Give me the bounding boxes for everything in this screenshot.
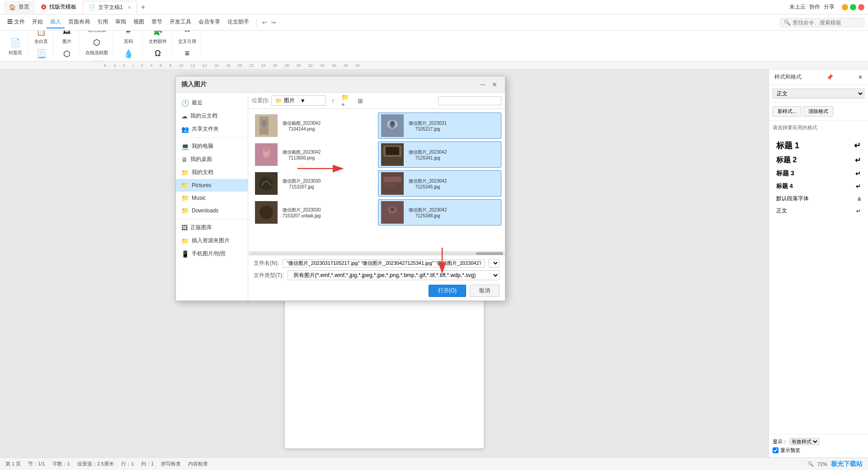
file-name-2: 微信图片_20230317105217.jpg bbox=[407, 120, 448, 132]
filename-input[interactable] bbox=[283, 259, 485, 268]
nav-pictures[interactable]: 📁 Pictures bbox=[176, 179, 248, 192]
location-value: 图片 bbox=[284, 97, 295, 104]
dialog-minimize-button[interactable]: ─ bbox=[478, 80, 488, 89]
stock-icon: 🖼 bbox=[181, 224, 188, 231]
file-item-2[interactable]: 微信图片_20230317105217.jpg bbox=[378, 113, 501, 139]
folder-icon: 📁 bbox=[275, 98, 282, 104]
svg-point-19 bbox=[259, 206, 273, 219]
file-item-7[interactable]: 微信图片_20230307153207.xnbak.jpg bbox=[252, 199, 375, 226]
nav-cloud[interactable]: ☁ 我的云文档 bbox=[176, 109, 248, 122]
dialog-footer: 文件名(N): ▼ 文件类型(T): 所有图片(*.emf,*.wmf,*.jp… bbox=[248, 255, 505, 301]
view-toggle-button[interactable]: ⊞ bbox=[354, 95, 366, 107]
svg-rect-12 bbox=[386, 147, 399, 155]
svg-point-14 bbox=[259, 177, 273, 190]
file-thumb-5 bbox=[255, 172, 278, 195]
nav-cloud-label: 我的云文档 bbox=[190, 112, 217, 120]
nav-phone-label: 手机图片/拍照 bbox=[192, 250, 226, 258]
nav-up-button[interactable]: ↑ bbox=[327, 95, 339, 107]
file-thumb-7 bbox=[255, 201, 278, 224]
svg-point-22 bbox=[391, 207, 394, 211]
resource-folder-icon: 📁 bbox=[181, 237, 189, 244]
file-name-8: 微信图片_20230427125348.jpg bbox=[407, 207, 448, 218]
nav-shared[interactable]: 👥 共享文件夹 bbox=[176, 122, 248, 136]
nav-downloads-label: Downloads bbox=[192, 207, 218, 214]
dialog-scrollbar[interactable] bbox=[248, 251, 505, 255]
insert-image-dialog: 插入图片 ─ ✕ 🕐 最近 ☁ 我的云文档 👥 共享文件夹 bbox=[175, 76, 505, 301]
location-label: 位置(I): bbox=[252, 97, 269, 104]
nav-computer-label: 我的电脑 bbox=[192, 142, 213, 150]
file-name-1: 微信截图_20230427104144.png bbox=[281, 120, 322, 132]
nav-music[interactable]: 📁 Music bbox=[176, 192, 248, 204]
open-button[interactable]: 打开(O) bbox=[429, 285, 466, 297]
file-thumb-4 bbox=[381, 143, 404, 166]
pictures-icon: 📁 bbox=[181, 182, 189, 189]
nav-recent-label: 最近 bbox=[192, 99, 203, 107]
nav-sep-2 bbox=[176, 219, 248, 219]
cloud-icon: ☁ bbox=[181, 113, 188, 120]
svg-point-6 bbox=[391, 122, 394, 125]
svg-rect-17 bbox=[383, 183, 395, 187]
filetype-row: 文件类型(T): 所有图片(*.emf,*.wmf,*.jpg,*.jpeg,*… bbox=[254, 270, 500, 280]
filename-label: 文件名(N): bbox=[254, 259, 279, 267]
nav-music-label: Music bbox=[192, 195, 206, 201]
file-search-input[interactable] bbox=[438, 96, 501, 105]
nav-phone[interactable]: 📱 手机图片/拍照 bbox=[176, 247, 248, 260]
filename-dropdown[interactable]: ▼ bbox=[489, 259, 500, 268]
file-thumb-3 bbox=[255, 143, 278, 166]
search-area bbox=[438, 96, 501, 105]
computer-icon: 💻 bbox=[181, 143, 189, 150]
file-thumb-8 bbox=[381, 201, 404, 224]
filetype-label: 文件类型(T): bbox=[254, 272, 284, 279]
file-item-1[interactable]: 微信截图_20230427104144.png bbox=[252, 113, 375, 139]
file-thumb-6 bbox=[381, 172, 404, 195]
svg-point-9 bbox=[264, 147, 269, 152]
scroll-thumb[interactable] bbox=[476, 252, 503, 255]
file-item-4[interactable]: 微信图片_20230427125341.jpg bbox=[378, 141, 501, 168]
nav-desktop[interactable]: 🖥 我的桌面 bbox=[176, 153, 248, 166]
file-item-6[interactable]: 微信图片_20230427125345.jpg bbox=[378, 170, 501, 197]
dialog-body: 🕐 最近 ☁ 我的云文档 👥 共享文件夹 💻 我的电脑 🖥 bbox=[176, 93, 505, 301]
file-thumb-1 bbox=[255, 114, 278, 137]
cancel-button[interactable]: 取消 bbox=[470, 285, 500, 297]
files-container: 微信截图_20230427104144.png 微信图片_20230317105… bbox=[248, 109, 505, 251]
nav-resource-folder-label: 插入资源夹图片 bbox=[192, 237, 230, 244]
dialog-close-button[interactable]: ✕ bbox=[490, 80, 500, 89]
mydocs-icon: 📁 bbox=[181, 169, 189, 176]
file-item-3[interactable]: 微信截图_20230427113600.png bbox=[252, 141, 375, 168]
dialog-overlay: 插入图片 ─ ✕ 🕐 最近 ☁ 我的云文档 👥 共享文件夹 bbox=[0, 0, 868, 470]
location-dropdown[interactable]: 📁 图片 ▼ bbox=[271, 95, 326, 106]
footer-buttons: 打开(O) 取消 bbox=[254, 285, 500, 297]
downloads-icon: 📁 bbox=[181, 207, 189, 214]
desktop-icon: 🖥 bbox=[181, 156, 188, 163]
nav-resource-folder[interactable]: 📁 插入资源夹图片 bbox=[176, 234, 248, 247]
file-item-8[interactable]: 微信图片_20230427125348.jpg bbox=[378, 199, 501, 226]
file-name-6: 微信图片_20230427125345.jpg bbox=[407, 178, 448, 189]
file-name-4: 微信图片_20230427125341.jpg bbox=[407, 149, 448, 160]
dialog-file-toolbar: 位置(I): 📁 图片 ▼ ↑ 📁+ ⊞ bbox=[248, 93, 505, 109]
nav-shared-label: 共享文件夹 bbox=[192, 125, 219, 133]
file-name-5: 微信图片_20230307153207.jpg bbox=[281, 178, 322, 189]
dialog-main: 位置(I): 📁 图片 ▼ ↑ 📁+ ⊞ bbox=[248, 93, 505, 301]
nav-stock-label: 正版图库 bbox=[190, 224, 212, 231]
nav-recent[interactable]: 🕐 最近 bbox=[176, 96, 248, 109]
nav-mydocs-label: 我的文档 bbox=[192, 169, 213, 176]
nav-mydocs[interactable]: 📁 我的文档 bbox=[176, 166, 248, 179]
phone-icon: 📱 bbox=[181, 250, 189, 258]
dialog-title-buttons: ─ ✕ bbox=[478, 80, 500, 89]
nav-downloads[interactable]: 📁 Downloads bbox=[176, 204, 248, 217]
scroll-track bbox=[250, 252, 503, 255]
nav-computer[interactable]: 💻 我的电脑 bbox=[176, 140, 248, 153]
dialog-title-text: 插入图片 bbox=[181, 80, 207, 89]
dialog-title-bar: 插入图片 ─ ✕ bbox=[176, 76, 505, 93]
dialog-sidebar: 🕐 最近 ☁ 我的云文档 👥 共享文件夹 💻 我的电脑 🖥 bbox=[176, 93, 248, 301]
files-grid: 微信截图_20230427104144.png 微信图片_20230317105… bbox=[252, 113, 501, 226]
file-item-5[interactable]: 微信图片_20230307153207.jpg bbox=[252, 170, 375, 197]
new-folder-button[interactable]: 📁+ bbox=[341, 95, 353, 107]
nav-stock[interactable]: 🖼 正版图库 bbox=[176, 221, 248, 234]
file-thumb-2 bbox=[381, 114, 404, 137]
nav-desktop-label: 我的桌面 bbox=[190, 155, 212, 163]
dropdown-arrow-icon: ▼ bbox=[300, 98, 306, 104]
recent-icon: 🕐 bbox=[181, 99, 189, 107]
filename-row: 文件名(N): ▼ bbox=[254, 259, 500, 268]
filetype-select[interactable]: 所有图片(*.emf,*.wmf,*.jpg,*.jpeg,*.jpe,*.pn… bbox=[288, 270, 500, 280]
